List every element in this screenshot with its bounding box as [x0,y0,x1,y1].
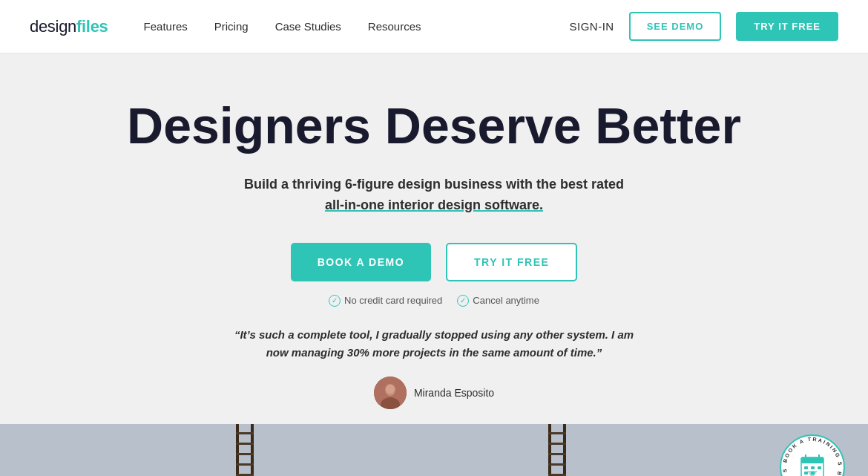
svg-rect-28 [804,472,808,475]
hero-subtitle: Build a thriving 6-figure design busines… [234,175,634,216]
avatar-image [374,376,407,409]
avatar [374,376,407,409]
svg-rect-14 [548,443,566,445]
training-badge[interactable]: BOOK A TRAINING SESSION ✦ BOOK A TRAININ… [779,434,846,476]
svg-rect-22 [801,457,823,463]
svg-rect-27 [818,466,821,469]
ladder-right-icon [547,424,568,476]
hero-quote: “It’s such a complete tool, I gradually … [226,326,642,362]
nav-features[interactable]: Features [144,20,188,33]
logo-text: designfiles [30,17,108,36]
svg-rect-9 [236,463,254,466]
svg-rect-10 [236,474,254,476]
svg-rect-12 [563,424,566,476]
svg-rect-25 [804,466,808,469]
logo[interactable]: designfiles [30,17,108,36]
badge-text-2: Cancel anytime [473,295,539,306]
room-strip: BOOK A TRAINING SESSION ✦ BOOK A TRAININ… [0,424,868,476]
room-wall [0,424,868,476]
testimonial-name: Miranda Esposito [414,387,494,399]
hero-buttons: BOOK A DEMO TRY IT FREE [291,243,578,281]
svg-rect-7 [236,443,254,445]
badge-text-1: No credit card required [344,295,442,306]
cancel-anytime-badge: ✓ Cancel anytime [457,295,539,307]
nav-pricing[interactable]: Pricing [214,20,249,33]
testimonial: Miranda Esposito [374,376,494,409]
svg-rect-5 [251,424,254,476]
svg-rect-26 [811,466,815,469]
sign-in-link[interactable]: SIGN-IN [569,20,614,33]
navbar-actions: SIGN-IN SEE DEMO TRY IT FREE [569,12,838,41]
svg-rect-8 [236,453,254,455]
svg-rect-4 [236,424,239,476]
check-circle-icon-2: ✓ [457,295,469,307]
nav-links: Features Pricing Case Studies Resources [144,20,570,33]
try-free-button[interactable]: TRY IT FREE [736,12,838,41]
hero-badges: ✓ No credit card required ✓ Cancel anyti… [329,295,539,307]
nav-resources[interactable]: Resources [368,20,421,33]
svg-rect-13 [548,432,566,434]
hero-section: Designers Deserve Better Build a thrivin… [0,53,868,476]
no-credit-card-badge: ✓ No credit card required [329,295,442,307]
see-demo-button[interactable]: SEE DEMO [629,12,722,41]
try-free-hero-button[interactable]: TRY IT FREE [446,243,577,281]
ladder-left-icon [234,424,255,476]
svg-rect-16 [548,463,566,466]
check-circle-icon: ✓ [329,295,341,307]
svg-rect-11 [548,424,551,476]
nav-case-studies[interactable]: Case Studies [275,20,341,33]
svg-rect-17 [548,474,566,476]
svg-point-3 [386,385,395,394]
svg-rect-15 [548,453,566,455]
book-demo-button[interactable]: BOOK A DEMO [291,243,431,281]
navbar: designfiles Features Pricing Case Studie… [0,0,868,53]
svg-rect-6 [236,432,254,434]
hero-title: Designers Deserve Better [127,98,741,154]
